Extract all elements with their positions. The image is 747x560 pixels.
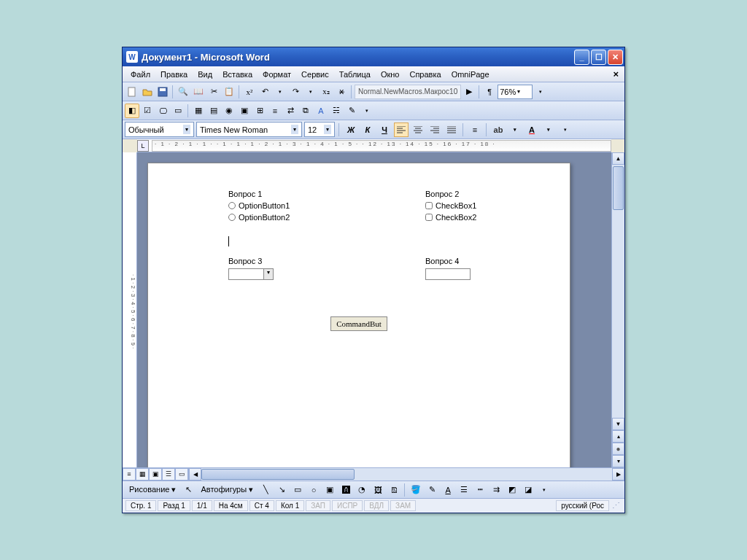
- status-language[interactable]: русский (Рос: [556, 500, 609, 511]
- paste-icon[interactable]: 📋: [222, 85, 236, 99]
- tool-k-icon[interactable]: ⇄: [283, 104, 298, 118]
- research-icon[interactable]: 📖: [191, 85, 206, 99]
- combobox-control[interactable]: ▾: [228, 268, 274, 280]
- toolbar2-more-icon[interactable]: ▾: [360, 104, 374, 118]
- rectangle-icon[interactable]: ▭: [290, 483, 305, 497]
- shadow-icon[interactable]: ◩: [505, 483, 519, 497]
- scroll-right-icon[interactable]: ▶: [612, 468, 624, 481]
- dash-style-icon[interactable]: ┅: [473, 483, 487, 497]
- tool-b-icon[interactable]: ☑: [140, 104, 155, 118]
- tool-i-icon[interactable]: ⊞: [252, 104, 267, 118]
- close-button[interactable]: ✕: [608, 50, 623, 65]
- scroll-left-icon[interactable]: ◀: [189, 468, 201, 481]
- wordart-icon[interactable]: 🅰: [338, 483, 353, 497]
- print-view-icon[interactable]: ▣: [149, 468, 162, 481]
- menu-window[interactable]: Окно: [376, 68, 405, 81]
- print-preview-icon[interactable]: 🔍: [176, 85, 190, 99]
- superscript-icon[interactable]: x²: [242, 85, 257, 99]
- checkbox-icon[interactable]: [425, 214, 433, 221]
- draw-menu[interactable]: Рисование ▾: [125, 483, 179, 497]
- minimize-button[interactable]: _: [574, 50, 589, 65]
- vertical-scrollbar[interactable]: ▲ ▼ ▴ ● ▾: [611, 152, 624, 467]
- tool-m-icon[interactable]: A: [314, 104, 328, 118]
- style-dropdown[interactable]: Обычный▾: [125, 122, 194, 137]
- status-ext[interactable]: ВДЛ: [364, 500, 389, 511]
- tool-c-icon[interactable]: 🖵: [155, 104, 170, 118]
- save-icon[interactable]: [155, 85, 170, 99]
- align-center-button[interactable]: [411, 122, 425, 137]
- font-dropdown[interactable]: Times New Roman▾: [196, 122, 302, 137]
- line-icon[interactable]: ╲: [258, 483, 273, 497]
- arrow-icon[interactable]: ↘: [274, 483, 289, 497]
- tool-n-icon[interactable]: ☵: [329, 104, 344, 118]
- option-button-2[interactable]: OptionButton2: [228, 213, 290, 222]
- checkbox-2[interactable]: CheckBox2: [425, 213, 476, 222]
- menu-help[interactable]: Справка: [404, 68, 446, 81]
- redo-icon[interactable]: ↷: [288, 85, 303, 99]
- radio-icon[interactable]: [228, 214, 236, 221]
- font-color-draw-icon[interactable]: A: [441, 483, 455, 497]
- font-size-dropdown[interactable]: 12▾: [304, 122, 335, 137]
- tool-h-icon[interactable]: ▣: [237, 104, 252, 118]
- tool-l-icon[interactable]: ⧉: [298, 104, 313, 118]
- show-marks-icon[interactable]: ¶: [482, 85, 497, 99]
- font-color-button[interactable]: A: [525, 122, 539, 137]
- subscript-icon[interactable]: x₂: [319, 85, 333, 99]
- new-icon[interactable]: [125, 85, 139, 99]
- menu-insert[interactable]: Вставка: [217, 68, 258, 81]
- scroll-down-icon[interactable]: ▼: [612, 418, 624, 430]
- maximize-button[interactable]: ☐: [591, 50, 606, 65]
- redo-dropdown-icon[interactable]: ▾: [303, 85, 318, 99]
- document-scroll-area[interactable]: Вопрос 1 OptionButton1 OptionButton2 Воп…: [137, 152, 611, 467]
- horizontal-scrollbar[interactable]: ◀ ▶: [189, 468, 624, 481]
- align-right-button[interactable]: [427, 122, 442, 137]
- menu-tools[interactable]: Сервис: [296, 68, 334, 81]
- web-view-icon[interactable]: ▦: [136, 468, 149, 481]
- tool-a-icon[interactable]: ◧: [125, 104, 139, 118]
- status-trk[interactable]: ИСПР: [332, 500, 363, 511]
- menu-file[interactable]: Файл: [125, 68, 155, 81]
- menu-edit[interactable]: Правка: [155, 68, 193, 81]
- cut-icon[interactable]: ✂: [206, 85, 221, 99]
- format-more-icon[interactable]: ▾: [558, 122, 573, 137]
- macro-name-box[interactable]: Normal.NewMacros.Макрос10: [355, 85, 461, 99]
- bold-button[interactable]: Ж: [344, 122, 358, 137]
- drawbar-more-icon[interactable]: ▾: [537, 483, 551, 497]
- tool-j-icon[interactable]: ≡: [268, 104, 282, 118]
- line-color-icon[interactable]: ✎: [425, 483, 439, 497]
- status-rec[interactable]: ЗАП: [306, 500, 330, 511]
- toolbar-more-icon[interactable]: ▾: [533, 85, 548, 99]
- radio-icon[interactable]: [228, 202, 236, 209]
- status-ovr[interactable]: ЗАМ: [390, 500, 416, 511]
- clipart-icon[interactable]: 🖼: [371, 483, 385, 497]
- checkbox-1[interactable]: CheckBox1: [425, 201, 476, 210]
- vertical-ruler[interactable]: · 1 · 2 · 3 · 4 · 5 · 6 · 7 · 8 · 9 ·: [123, 152, 137, 467]
- strike-icon[interactable]: x̶: [334, 85, 349, 99]
- highlight-button[interactable]: ab: [491, 122, 506, 137]
- menu-format[interactable]: Формат: [258, 68, 296, 81]
- prev-page-icon[interactable]: ▴: [612, 430, 624, 443]
- underline-button[interactable]: Ч: [377, 122, 392, 137]
- undo-icon[interactable]: ↶: [258, 85, 272, 99]
- undo-dropdown-icon[interactable]: ▾: [273, 85, 287, 99]
- normal-view-icon[interactable]: ≡: [123, 468, 136, 481]
- textbox-icon[interactable]: ▣: [322, 483, 337, 497]
- tab-selector-icon[interactable]: L: [137, 140, 149, 152]
- oval-icon[interactable]: ○: [306, 483, 321, 497]
- zoom-dropdown[interactable]: 76%▾: [498, 85, 533, 99]
- line-style-icon[interactable]: ☰: [457, 483, 471, 497]
- run-macro-icon[interactable]: ▶: [462, 85, 476, 99]
- title-bar[interactable]: W Документ1 - Microsoft Word _ ☐ ✕: [123, 47, 624, 66]
- tool-e-icon[interactable]: ▦: [191, 104, 206, 118]
- reading-view-icon[interactable]: ▭: [175, 468, 188, 481]
- arrow-style-icon[interactable]: ⇉: [489, 483, 503, 497]
- highlight-arrow-icon[interactable]: ▾: [508, 122, 522, 137]
- tool-o-icon[interactable]: ✎: [344, 104, 359, 118]
- align-left-button[interactable]: [394, 122, 409, 137]
- option-button-1[interactable]: OptionButton1: [228, 201, 290, 210]
- horizontal-ruler[interactable]: L · 1 · 2 · 1 · 1 · · 1 · 1 · 1 · 2 · 1 …: [137, 139, 611, 152]
- tool-d-icon[interactable]: ▭: [171, 104, 185, 118]
- tool-g-icon[interactable]: ◉: [222, 104, 236, 118]
- close-doc-button[interactable]: ×: [610, 69, 622, 79]
- command-button[interactable]: CommandBut: [330, 316, 387, 331]
